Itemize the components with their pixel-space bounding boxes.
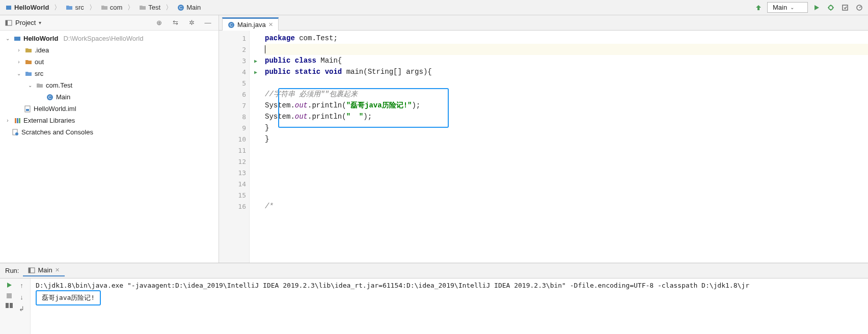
svg-rect-4: [843, 5, 848, 10]
line-number: 4: [242, 68, 246, 76]
tree-node-pkg[interactable]: ⌄ com.Test: [0, 79, 219, 91]
breadcrumb-item-com[interactable]: com: [99, 3, 125, 12]
tree-label: Scratches and Consoles: [21, 128, 93, 136]
layout-icon[interactable]: [6, 303, 13, 308]
module-icon: [23, 105, 32, 113]
line-number: 8: [242, 113, 246, 121]
down-icon[interactable]: ↓: [20, 293, 23, 301]
project-tree[interactable]: ⌄ HelloWorld D:\WorkSpaces\HelloWorld › …: [0, 31, 219, 263]
hide-icon[interactable]: —: [202, 17, 213, 29]
code-text: static: [290, 68, 320, 76]
debug-button[interactable]: [825, 2, 836, 13]
tree-node-root[interactable]: ⌄ HelloWorld D:\WorkSpaces\HelloWorld: [0, 33, 219, 44]
tree-node-idea[interactable]: › .idea: [0, 44, 219, 56]
expand-arrow-icon[interactable]: ›: [15, 47, 22, 53]
line-number: 2: [242, 46, 246, 53]
scratches-icon: [11, 129, 19, 136]
line-number: 9: [242, 124, 246, 132]
stop-icon[interactable]: [6, 293, 12, 299]
run-body: ↑ ↓ ↲ D:\jdk1.8\bin\java.exe "-javaagent…: [0, 279, 868, 334]
breadcrumb-item-project[interactable]: HelloWorld: [3, 3, 51, 12]
svg-rect-21: [29, 268, 31, 273]
run-controls: Main ⌄: [753, 2, 865, 13]
breadcrumb-item-src[interactable]: src: [64, 3, 86, 12]
editor-tab-label: Main.java: [237, 21, 266, 29]
breadcrumb-item-main[interactable]: C Main: [175, 3, 203, 12]
profile-button[interactable]: [854, 2, 865, 13]
tree-label: Main: [56, 93, 70, 101]
breadcrumb-item-test[interactable]: Test: [137, 3, 162, 12]
code-area[interactable]: package com.Test; public class Main{ pub…: [250, 31, 868, 263]
class-icon: C: [228, 21, 235, 29]
tree-node-iml[interactable]: HelloWorld.iml: [0, 103, 219, 115]
expand-arrow-icon[interactable]: ›: [4, 118, 11, 123]
run-config-label: Main: [773, 4, 787, 11]
editor-tab-main[interactable]: C Main.java ✕: [222, 17, 279, 31]
editor-body[interactable]: 1 2 3▶ 4▶ 5 6 7 8 9 10 11 12 13 14 15 16…: [219, 31, 868, 263]
code-text: package: [265, 34, 295, 42]
folder-icon: [139, 4, 146, 11]
expand-arrow-icon[interactable]: ›: [15, 59, 22, 65]
close-icon[interactable]: ✕: [268, 21, 273, 28]
folder-icon: [24, 71, 33, 77]
breadcrumb-label: HelloWorld: [14, 4, 49, 11]
expand-arrow-icon[interactable]: ⌄: [26, 82, 34, 88]
select-opened-file-icon[interactable]: ⊕: [153, 17, 165, 29]
code-text: main(String[] args){: [342, 68, 431, 76]
expand-all-icon[interactable]: ⇆: [170, 17, 181, 29]
main-area: Project ▾ ⊕ ⇆ ✲ — ⌄ HelloWorld D:\WorkSp…: [0, 15, 868, 263]
run-button[interactable]: [811, 2, 822, 13]
project-icon: [13, 36, 21, 42]
project-panel: Project ▾ ⊕ ⇆ ✲ — ⌄ HelloWorld D:\WorkSp…: [0, 15, 219, 263]
editor-tabs: C Main.java ✕: [219, 15, 868, 31]
chevron-right-icon: 〉: [166, 3, 172, 12]
svg-text:C: C: [230, 22, 233, 27]
run-panel-title: Run:: [5, 267, 19, 274]
run-tab-main[interactable]: Main ✕: [23, 265, 64, 276]
code-highlight-box: [278, 88, 449, 128]
tree-node-src[interactable]: ⌄ src: [0, 68, 219, 79]
line-number: 6: [242, 91, 246, 98]
code-text: com.Test;: [295, 34, 338, 42]
svg-rect-7: [6, 20, 8, 25]
svg-rect-13: [15, 118, 16, 123]
top-bar: HelloWorld 〉 src 〉 com 〉 Test 〉 C: [0, 0, 868, 15]
expand-arrow-icon[interactable]: ⌄: [15, 71, 22, 76]
breadcrumb-label: Test: [148, 4, 160, 11]
breadcrumb-label: Main: [186, 4, 201, 11]
settings-icon[interactable]: ✲: [186, 17, 197, 29]
tree-label: com.Test: [46, 81, 72, 89]
tree-node-out[interactable]: › out: [0, 56, 219, 68]
tree-label: HelloWorld.iml: [34, 105, 76, 113]
tree-node-ext-lib[interactable]: › External Libraries: [0, 115, 219, 126]
editor-area: C Main.java ✕ 1 2 3▶ 4▶ 5 6 7 8 9 10 11 …: [219, 15, 868, 263]
line-number: 16: [238, 203, 246, 210]
coverage-button[interactable]: [839, 2, 851, 13]
close-icon[interactable]: ✕: [55, 267, 60, 273]
wrap-icon[interactable]: ↲: [19, 305, 24, 313]
tree-node-main-class[interactable]: C Main: [0, 91, 219, 103]
build-icon[interactable]: [753, 2, 764, 13]
tree-label: HelloWorld: [23, 35, 58, 42]
run-config-select[interactable]: Main ⌄: [767, 2, 808, 13]
line-number: 5: [242, 79, 246, 87]
svg-rect-22: [7, 293, 12, 298]
project-panel-title[interactable]: Project: [15, 19, 36, 26]
breadcrumb-label: com: [110, 4, 123, 11]
svg-rect-14: [17, 118, 18, 123]
code-text: /*: [265, 202, 274, 210]
run-panel-header: Run: Main ✕: [0, 263, 868, 279]
code-text: void: [320, 68, 342, 76]
tree-label: src: [35, 70, 43, 77]
run-gutter: ↑ ↓ ↲: [0, 279, 31, 334]
run-tab-icon: [28, 267, 35, 273]
folder-icon: [101, 4, 108, 11]
run-output[interactable]: D:\jdk1.8\bin\java.exe "-javaagent:D:\id…: [31, 279, 868, 334]
line-number: 3: [242, 57, 246, 65]
rerun-icon[interactable]: [6, 282, 13, 289]
tree-node-scratches[interactable]: Scratches and Consoles: [0, 126, 219, 138]
up-icon[interactable]: ↑: [20, 282, 23, 289]
code-text: public: [265, 57, 290, 65]
chevron-down-icon: ⌄: [790, 5, 794, 10]
expand-arrow-icon[interactable]: ⌄: [4, 36, 11, 41]
